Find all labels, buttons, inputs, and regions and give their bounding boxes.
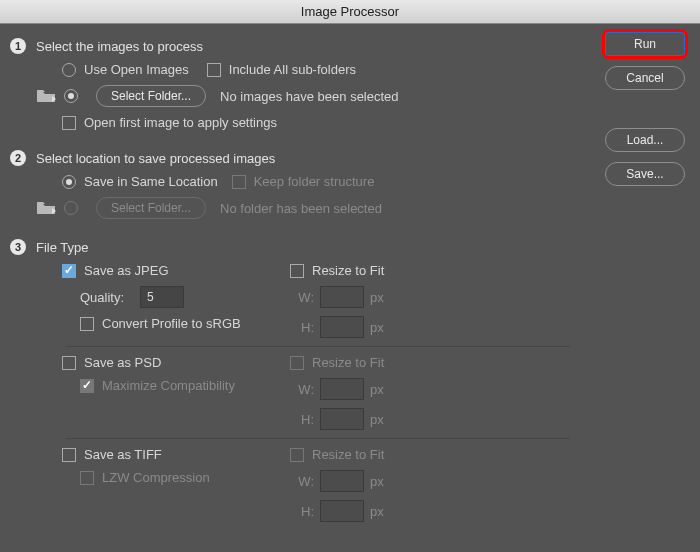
convert-srgb-checkbox[interactable] bbox=[80, 317, 94, 331]
row-same-location: Save in Same Location Keep folder struct… bbox=[10, 170, 600, 193]
save-as-jpeg-label: Save as JPEG bbox=[84, 263, 169, 278]
save-as-psd-checkbox[interactable] bbox=[62, 356, 76, 370]
row-select-folder: Select Folder... No images have been sel… bbox=[10, 81, 600, 111]
save-select-folder-button: Select Folder... bbox=[96, 197, 206, 219]
psd-w-unit: px bbox=[370, 382, 384, 397]
tiff-resize-label: Resize to Fit bbox=[312, 447, 384, 462]
psd-h-input bbox=[320, 408, 364, 430]
section-select-images: 1 Select the images to process Use Open … bbox=[10, 30, 600, 142]
keep-structure-label: Keep folder structure bbox=[254, 174, 375, 189]
jpeg-resize-label: Resize to Fit bbox=[312, 263, 384, 278]
psd-h-label: H: bbox=[290, 412, 314, 427]
save-as-tiff-checkbox[interactable] bbox=[62, 448, 76, 462]
psd-w-input bbox=[320, 378, 364, 400]
section-file-type: 3 File Type Save as JPEG Quality: bbox=[10, 231, 600, 534]
use-open-images-label: Use Open Images bbox=[84, 62, 189, 77]
jpeg-h-label: H: bbox=[290, 320, 314, 335]
save-as-tiff-label: Save as TIFF bbox=[84, 447, 162, 462]
section-1-header: 1 Select the images to process bbox=[10, 34, 600, 58]
select-folder-radio[interactable] bbox=[64, 89, 78, 103]
save-as-psd-label: Save as PSD bbox=[84, 355, 161, 370]
tiff-h-unit: px bbox=[370, 504, 384, 519]
include-subfolders-checkbox[interactable] bbox=[207, 63, 221, 77]
lzw-checkbox bbox=[80, 471, 94, 485]
same-location-radio[interactable] bbox=[62, 175, 76, 189]
tiff-h-input bbox=[320, 500, 364, 522]
no-images-msg: No images have been selected bbox=[220, 89, 399, 104]
section-save-location: 2 Select location to save processed imag… bbox=[10, 142, 600, 231]
section-3-title: File Type bbox=[36, 240, 89, 255]
row-open-first: Open first image to apply settings bbox=[10, 111, 600, 134]
jpeg-h-input bbox=[320, 316, 364, 338]
section-3-header: 3 File Type bbox=[10, 235, 600, 259]
jpeg-resize-checkbox[interactable] bbox=[290, 264, 304, 278]
load-button[interactable]: Load... bbox=[605, 128, 685, 152]
jpeg-h-unit: px bbox=[370, 320, 384, 335]
no-folder-msg: No folder has been selected bbox=[220, 201, 382, 216]
filetype-tiff: Save as TIFF LZW Compression Resize to F… bbox=[10, 443, 600, 526]
quality-input[interactable] bbox=[140, 286, 184, 308]
run-button[interactable]: Run bbox=[605, 32, 685, 56]
divider-1 bbox=[66, 346, 570, 347]
window-title: Image Processor bbox=[301, 4, 399, 19]
open-first-label: Open first image to apply settings bbox=[84, 115, 277, 130]
tiff-h-label: H: bbox=[290, 504, 314, 519]
divider-2 bbox=[66, 438, 570, 439]
tiff-resize-checkbox bbox=[290, 448, 304, 462]
step-badge-1: 1 bbox=[10, 38, 26, 54]
include-subfolders-label: Include All sub-folders bbox=[229, 62, 356, 77]
options-pane: 1 Select the images to process Use Open … bbox=[10, 30, 600, 534]
folder-save-icon bbox=[36, 200, 58, 216]
keep-structure-checkbox bbox=[232, 175, 246, 189]
save-select-folder-radio[interactable] bbox=[64, 201, 78, 215]
window-titlebar: Image Processor bbox=[0, 0, 700, 24]
tiff-w-label: W: bbox=[290, 474, 314, 489]
filetype-psd: Save as PSD Maximize Compatibility Resiz… bbox=[10, 351, 600, 434]
section-2-title: Select location to save processed images bbox=[36, 151, 275, 166]
jpeg-w-label: W: bbox=[290, 290, 314, 305]
jpeg-w-unit: px bbox=[370, 290, 384, 305]
open-first-checkbox[interactable] bbox=[62, 116, 76, 130]
filetype-jpeg: Save as JPEG Quality: Convert Profile to… bbox=[10, 259, 600, 342]
row-use-open: Use Open Images Include All sub-folders bbox=[10, 58, 600, 81]
step-badge-3: 3 bbox=[10, 239, 26, 255]
folder-arrow-icon bbox=[36, 88, 58, 104]
psd-h-unit: px bbox=[370, 412, 384, 427]
use-open-images-radio[interactable] bbox=[62, 63, 76, 77]
max-compat-checkbox bbox=[80, 379, 94, 393]
max-compat-label: Maximize Compatibility bbox=[102, 378, 235, 393]
convert-srgb-label: Convert Profile to sRGB bbox=[102, 316, 241, 331]
save-button[interactable]: Save... bbox=[605, 162, 685, 186]
same-location-label: Save in Same Location bbox=[84, 174, 218, 189]
psd-w-label: W: bbox=[290, 382, 314, 397]
jpeg-w-input bbox=[320, 286, 364, 308]
action-buttons-pane: Run Cancel Load... Save... bbox=[600, 30, 690, 534]
section-2-header: 2 Select location to save processed imag… bbox=[10, 146, 600, 170]
select-folder-button[interactable]: Select Folder... bbox=[96, 85, 206, 107]
quality-label: Quality: bbox=[80, 290, 140, 305]
save-as-jpeg-checkbox[interactable] bbox=[62, 264, 76, 278]
step-badge-2: 2 bbox=[10, 150, 26, 166]
dialog-body: 1 Select the images to process Use Open … bbox=[0, 24, 700, 534]
cancel-button[interactable]: Cancel bbox=[605, 66, 685, 90]
section-1-title: Select the images to process bbox=[36, 39, 203, 54]
psd-resize-label: Resize to Fit bbox=[312, 355, 384, 370]
tiff-w-unit: px bbox=[370, 474, 384, 489]
lzw-label: LZW Compression bbox=[102, 470, 210, 485]
row-save-select-folder: Select Folder... No folder has been sele… bbox=[10, 193, 600, 223]
psd-resize-checkbox bbox=[290, 356, 304, 370]
tiff-w-input bbox=[320, 470, 364, 492]
